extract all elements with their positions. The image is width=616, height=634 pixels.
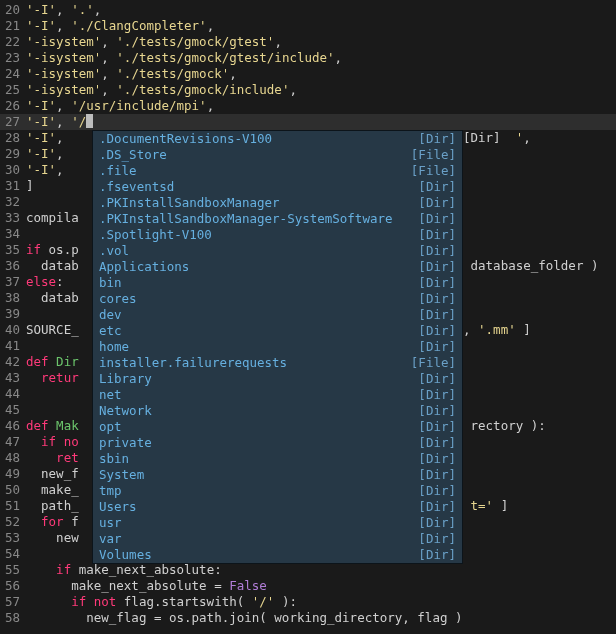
- autocomplete-item[interactable]: System[Dir]: [93, 467, 462, 483]
- autocomplete-kind: [Dir]: [418, 179, 456, 195]
- line-number: 55: [0, 562, 26, 578]
- code-line[interactable]: 22'-isystem', './tests/gmock/gtest',: [0, 34, 616, 50]
- text-cursor: [86, 114, 93, 128]
- code-line[interactable]: 26'-I', '/usr/include/mpi',: [0, 98, 616, 114]
- code-fragment: database_folder ): [463, 258, 598, 274]
- autocomplete-label: System: [99, 467, 418, 483]
- line-number: 51: [0, 498, 26, 514]
- autocomplete-label: .PKInstallSandboxManager-SystemSoftware: [99, 211, 418, 227]
- autocomplete-label: opt: [99, 419, 418, 435]
- code-content[interactable]: '-isystem', './tests/gmock',: [26, 66, 616, 82]
- autocomplete-item[interactable]: .DS_Store[File]: [93, 147, 462, 163]
- code-line[interactable]: 23'-isystem', './tests/gmock/gtest/inclu…: [0, 50, 616, 66]
- autocomplete-kind: [Dir]: [418, 291, 456, 307]
- autocomplete-label: net: [99, 387, 418, 403]
- autocomplete-label: .DocumentRevisions-V100: [99, 131, 418, 147]
- line-number: 53: [0, 530, 26, 546]
- line-number: 22: [0, 34, 26, 50]
- autocomplete-item[interactable]: .fseventsd[Dir]: [93, 179, 462, 195]
- code-content[interactable]: '-I', '/: [26, 114, 616, 130]
- autocomplete-label: Library: [99, 371, 418, 387]
- code-line[interactable]: 25'-isystem', './tests/gmock/include',: [0, 82, 616, 98]
- autocomplete-kind: [Dir]: [418, 387, 456, 403]
- code-line[interactable]: 24'-isystem', './tests/gmock',: [0, 66, 616, 82]
- code-line[interactable]: 57 if not flag.startswith( '/' ):: [0, 594, 616, 610]
- autocomplete-label: .PKInstallSandboxManager: [99, 195, 418, 211]
- code-content[interactable]: new_flag = os.path.join( working_directo…: [26, 610, 616, 626]
- line-number: 20: [0, 2, 26, 18]
- code-content[interactable]: '-I', './ClangCompleter',: [26, 18, 616, 34]
- code-line[interactable]: 55 if make_next_absolute:: [0, 562, 616, 578]
- autocomplete-kind: [Dir]: [418, 195, 456, 211]
- autocomplete-kind: [Dir]: [418, 515, 456, 531]
- autocomplete-item[interactable]: etc[Dir]: [93, 323, 462, 339]
- code-content[interactable]: '-isystem', './tests/gmock/gtest',: [26, 34, 616, 50]
- line-number: 48: [0, 450, 26, 466]
- code-line[interactable]: 56 make_next_absolute = False: [0, 578, 616, 594]
- autocomplete-item[interactable]: .file[File]: [93, 163, 462, 179]
- autocomplete-label: .file: [99, 163, 411, 179]
- autocomplete-item[interactable]: tmp[Dir]: [93, 483, 462, 499]
- autocomplete-kind: [Dir]: [418, 339, 456, 355]
- code-line[interactable]: 20'-I', '.',: [0, 2, 616, 18]
- autocomplete-item[interactable]: usr[Dir]: [93, 515, 462, 531]
- line-number: 42: [0, 354, 26, 370]
- autocomplete-label: home: [99, 339, 418, 355]
- autocomplete-popup[interactable]: .DocumentRevisions-V100[Dir].DS_Store[Fi…: [92, 130, 463, 564]
- autocomplete-item[interactable]: .PKInstallSandboxManager-SystemSoftware[…: [93, 211, 462, 227]
- autocomplete-item[interactable]: opt[Dir]: [93, 419, 462, 435]
- code-content[interactable]: make_next_absolute = False: [26, 578, 616, 594]
- autocomplete-kind: [Dir]: [418, 435, 456, 451]
- autocomplete-item[interactable]: Network[Dir]: [93, 403, 462, 419]
- line-number: 32: [0, 194, 26, 210]
- autocomplete-item[interactable]: dev[Dir]: [93, 307, 462, 323]
- autocomplete-item[interactable]: .Spotlight-V100[Dir]: [93, 227, 462, 243]
- autocomplete-item[interactable]: var[Dir]: [93, 531, 462, 547]
- code-line[interactable]: 58 new_flag = os.path.join( working_dire…: [0, 610, 616, 626]
- autocomplete-kind: [Dir]: [418, 499, 456, 515]
- autocomplete-kind: [Dir]: [418, 403, 456, 419]
- autocomplete-item[interactable]: net[Dir]: [93, 387, 462, 403]
- code-fragment: , '.mm' ]: [463, 322, 531, 338]
- code-content[interactable]: '-I', '/usr/include/mpi',: [26, 98, 616, 114]
- code-fragment: rectory ):: [463, 418, 546, 434]
- line-number: 38: [0, 290, 26, 306]
- autocomplete-item[interactable]: .vol[Dir]: [93, 243, 462, 259]
- autocomplete-label: Volumes: [99, 547, 418, 563]
- line-number: 23: [0, 50, 26, 66]
- code-content[interactable]: '-I', '.',: [26, 2, 616, 18]
- line-number: 25: [0, 82, 26, 98]
- line-number: 40: [0, 322, 26, 338]
- autocomplete-kind: [File]: [411, 147, 456, 163]
- autocomplete-item[interactable]: Users[Dir]: [93, 499, 462, 515]
- autocomplete-item[interactable]: sbin[Dir]: [93, 451, 462, 467]
- code-fragment: t=' ]: [463, 498, 508, 514]
- code-line[interactable]: 21'-I', './ClangCompleter',: [0, 18, 616, 34]
- autocomplete-label: tmp: [99, 483, 418, 499]
- autocomplete-item[interactable]: .DocumentRevisions-V100[Dir]: [93, 131, 462, 147]
- autocomplete-kind: [Dir]: [418, 259, 456, 275]
- autocomplete-item[interactable]: cores[Dir]: [93, 291, 462, 307]
- code-line[interactable]: 27'-I', '/: [0, 114, 616, 130]
- autocomplete-item[interactable]: home[Dir]: [93, 339, 462, 355]
- autocomplete-item[interactable]: bin[Dir]: [93, 275, 462, 291]
- code-content[interactable]: '-isystem', './tests/gmock/include',: [26, 82, 616, 98]
- autocomplete-kind: [Dir]: [418, 531, 456, 547]
- code-content[interactable]: if make_next_absolute:: [26, 562, 616, 578]
- line-number: 45: [0, 402, 26, 418]
- autocomplete-item[interactable]: private[Dir]: [93, 435, 462, 451]
- code-content[interactable]: if not flag.startswith( '/' ):: [26, 594, 616, 610]
- autocomplete-item[interactable]: Applications[Dir]: [93, 259, 462, 275]
- line-number: 34: [0, 226, 26, 242]
- autocomplete-item[interactable]: installer.failurerequests[File]: [93, 355, 462, 371]
- line-number: 35: [0, 242, 26, 258]
- line-number: 50: [0, 482, 26, 498]
- autocomplete-item[interactable]: .PKInstallSandboxManager[Dir]: [93, 195, 462, 211]
- autocomplete-kind: [Dir]: [418, 419, 456, 435]
- code-content[interactable]: '-isystem', './tests/gmock/gtest/include…: [26, 50, 616, 66]
- autocomplete-label: .vol: [99, 243, 418, 259]
- autocomplete-item[interactable]: Library[Dir]: [93, 371, 462, 387]
- line-number: 27: [0, 114, 26, 130]
- autocomplete-label: sbin: [99, 451, 418, 467]
- autocomplete-item[interactable]: Volumes[Dir]: [93, 547, 462, 563]
